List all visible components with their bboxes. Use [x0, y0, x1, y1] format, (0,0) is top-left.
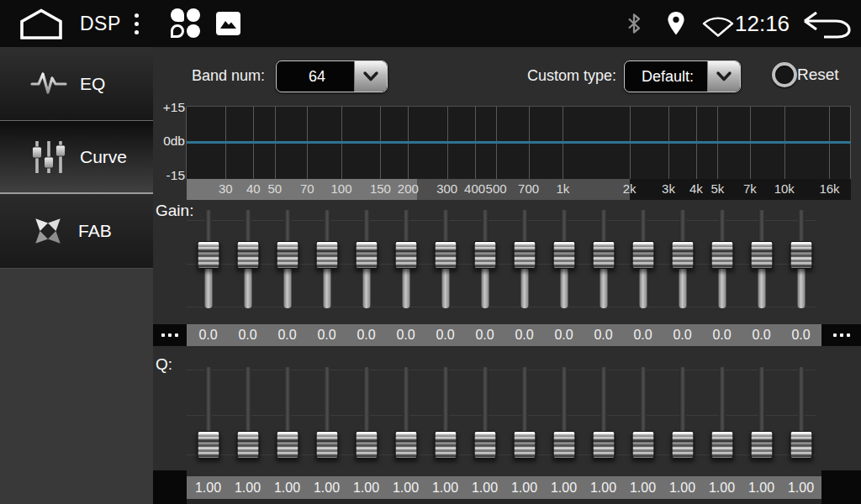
gain-slider[interactable]	[790, 210, 812, 308]
slider-track	[403, 367, 409, 434]
gain-slider[interactable]	[355, 210, 378, 308]
gain-slider-thumb[interactable]	[790, 241, 812, 269]
q-value: 1.00	[393, 480, 419, 496]
sidebar-item-fab[interactable]: FAB	[0, 194, 153, 269]
gain-slider-thumb[interactable]	[355, 241, 378, 269]
sidebar-item-curve[interactable]: Curve	[0, 121, 153, 194]
gain-slider[interactable]	[315, 210, 338, 308]
back-icon[interactable]	[800, 11, 853, 39]
gain-scroll-left-button[interactable]	[153, 324, 187, 346]
q-slider[interactable]	[631, 367, 654, 469]
q-slider[interactable]	[197, 367, 219, 469]
q-slider-thumb[interactable]	[276, 431, 298, 459]
gain-scroll-right-button[interactable]	[821, 324, 861, 346]
gain-slider-thumb[interactable]	[394, 241, 417, 269]
q-slider[interactable]	[236, 367, 259, 469]
gain-slider[interactable]	[513, 210, 536, 308]
q-slider[interactable]	[315, 367, 338, 469]
q-slider-thumb[interactable]	[710, 431, 733, 459]
gain-slider-thumb[interactable]	[315, 241, 338, 269]
gain-slider[interactable]	[236, 210, 259, 308]
q-slider[interactable]	[710, 367, 733, 469]
gain-slider[interactable]	[552, 210, 575, 308]
q-slider-thumb[interactable]	[473, 431, 496, 459]
gallery-icon[interactable]	[216, 12, 240, 35]
gain-slider-thumb[interactable]	[631, 241, 654, 269]
freq-tick-label: 1k	[556, 181, 569, 196]
q-slider[interactable]	[473, 367, 496, 469]
gain-slider-thumb[interactable]	[710, 241, 733, 269]
slider-track	[679, 267, 686, 308]
q-slider[interactable]	[552, 367, 575, 469]
gain-slider-thumb[interactable]	[434, 241, 457, 269]
q-scroll-left-button[interactable]	[153, 470, 187, 504]
slider-track	[323, 267, 330, 308]
q-scroll-right-button[interactable]	[821, 470, 861, 504]
q-slider-thumb[interactable]	[434, 431, 457, 459]
q-slider-thumb[interactable]	[750, 431, 773, 459]
gain-slider[interactable]	[592, 210, 615, 308]
q-slider[interactable]	[276, 367, 298, 469]
eq-curve-plot[interactable]	[187, 106, 851, 179]
q-slider[interactable]	[671, 367, 694, 469]
q-slider-thumb[interactable]	[790, 431, 812, 459]
custom-type-select[interactable]: Default:	[624, 60, 741, 92]
home-icon[interactable]	[17, 8, 66, 40]
q-slider[interactable]	[750, 367, 773, 469]
gain-slider-thumb[interactable]	[750, 241, 773, 269]
gain-slider[interactable]	[473, 210, 496, 308]
sidebar-item-eq[interactable]: EQ	[0, 47, 153, 121]
gain-slider-thumb[interactable]	[552, 241, 575, 269]
q-slider[interactable]	[394, 367, 417, 469]
q-slider-thumb[interactable]	[552, 431, 575, 459]
q-slider-thumb[interactable]	[394, 431, 417, 459]
gain-slider-thumb[interactable]	[473, 241, 496, 269]
freq-tick-label: 4k	[689, 181, 703, 196]
menu-kebab-icon[interactable]	[133, 0, 140, 47]
q-slider[interactable]	[513, 367, 536, 469]
q-slider[interactable]	[592, 367, 615, 469]
gain-slider-thumb[interactable]	[197, 241, 219, 269]
gain-slider[interactable]	[434, 210, 457, 308]
q-slider-thumb[interactable]	[592, 431, 615, 459]
wifi-icon	[701, 15, 735, 37]
gain-slider[interactable]	[394, 210, 417, 308]
band-num-select[interactable]: 64	[276, 60, 388, 92]
gain-slider[interactable]	[197, 210, 219, 308]
gain-slider-thumb[interactable]	[276, 241, 298, 269]
q-slider-thumb[interactable]	[631, 431, 654, 459]
chevron-down-icon[interactable]	[707, 61, 740, 92]
q-value: 1.00	[353, 480, 379, 496]
gain-slider[interactable]	[671, 210, 694, 308]
q-slider[interactable]	[355, 367, 378, 469]
gain-slider-thumb[interactable]	[513, 241, 536, 269]
sidebar-item-label: EQ	[80, 74, 105, 94]
gain-slider[interactable]	[631, 210, 654, 308]
q-value: 1.00	[195, 480, 221, 496]
gain-slider[interactable]	[276, 210, 298, 308]
reset-radio[interactable]	[772, 62, 797, 87]
slider-track	[442, 210, 449, 244]
custom-type-value: Default:	[625, 61, 707, 92]
gain-slider-thumb[interactable]	[592, 241, 615, 269]
q-slider-thumb[interactable]	[315, 431, 338, 459]
q-slider[interactable]	[434, 367, 457, 469]
waveform-icon	[30, 66, 67, 102]
apps-clover-icon[interactable]	[171, 8, 201, 39]
gain-slider[interactable]	[750, 210, 773, 308]
q-slider[interactable]	[790, 367, 812, 469]
q-slider-thumb[interactable]	[671, 431, 694, 459]
q-slider-thumb[interactable]	[355, 431, 378, 459]
chevron-down-icon[interactable]	[354, 61, 387, 92]
q-slider-thumb[interactable]	[197, 431, 219, 459]
q-value: 1.00	[551, 480, 577, 496]
q-slider-thumb[interactable]	[513, 431, 536, 459]
gain-value: 0.0	[198, 328, 217, 343]
q-value: 1.00	[314, 480, 340, 496]
q-slider-thumb[interactable]	[236, 431, 259, 459]
slider-track	[600, 210, 607, 244]
gain-slider-thumb[interactable]	[236, 241, 259, 269]
mixer-sliders-icon	[30, 139, 67, 176]
gain-slider[interactable]	[710, 210, 733, 308]
gain-slider-thumb[interactable]	[671, 241, 694, 269]
